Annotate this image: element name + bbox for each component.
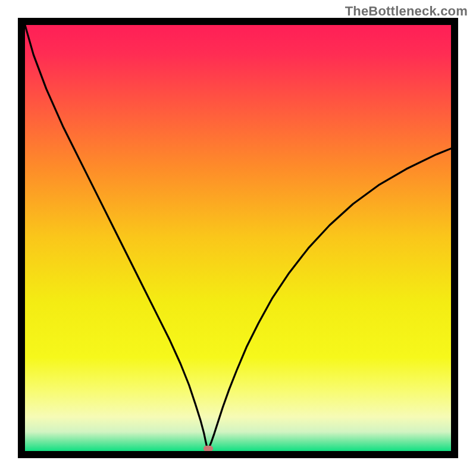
- watermark-text: TheBottleneck.com: [345, 4, 468, 19]
- chart-frame: [18, 18, 458, 458]
- optimum-marker: [203, 446, 213, 451]
- bottleneck-curve: [25, 25, 451, 451]
- plot-area: [25, 25, 451, 451]
